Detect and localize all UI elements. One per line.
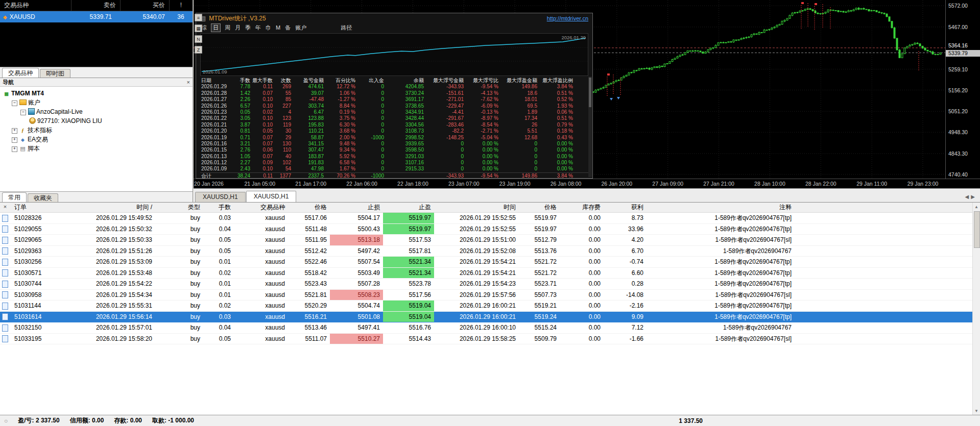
terminal-header-cell[interactable]: 获利 [604, 203, 647, 212]
order-cell-tp: 5519.04 [383, 312, 434, 322]
price-axis[interactable]: 5572.005467.005259.105156.205051.204948.… [945, 0, 980, 179]
order-row[interactable]: 510283262026.01.29 15:49:52buy0.03xauusd… [0, 213, 980, 224]
order-cell-lots: 0.03 [203, 213, 234, 223]
order-cell-profit: -0.74 [604, 257, 647, 267]
scroll-up-icon[interactable]: ▲ [973, 203, 980, 211]
order-cell-profit: 8.73 [604, 213, 647, 223]
order-cell-sl: 5513.18 [330, 235, 383, 245]
collapse-icon[interactable]: − [20, 110, 26, 115]
terminal-header-cell[interactable]: 类型 [155, 203, 203, 212]
order-cell-comment: 1-589作者qv2026904767 [647, 322, 795, 333]
navigator-tab-1[interactable]: 收藏夹 [28, 193, 58, 202]
terminal-header-cell[interactable]: 价格 [519, 203, 560, 212]
navigator-tab-0[interactable]: 常用 [2, 192, 27, 202]
column-header-bid[interactable]: 卖价 [71, 0, 120, 11]
terminal-header-cell[interactable]: 订单 [10, 203, 54, 212]
order-cell-type: buy [155, 290, 203, 300]
order-cell-icon [0, 268, 10, 279]
scroll-down-icon[interactable]: ▼ [973, 407, 980, 415]
stats-path-label[interactable]: 路径 [341, 24, 352, 32]
stats-menu-item-2[interactable]: 周 [225, 24, 230, 32]
connection-icon: ○ [4, 417, 8, 424]
stats-table: 日期手数最大手数次数盈亏金额百分比%出入金余额最大浮亏金额最大浮亏比最大浮盈金额… [196, 77, 592, 179]
panel-n-button[interactable]: N [195, 35, 202, 43]
stats-menu-item-6[interactable]: 巾 [266, 24, 271, 32]
panel-menu-button[interactable]: ≡ [195, 14, 202, 21]
tab-scroll-arrows-icon[interactable]: ◀▶ [965, 194, 977, 199]
market-watch-row[interactable]: ◆XAUUSD5339.715340.0736 [0, 11, 193, 22]
scrollbar-thumb[interactable] [589, 78, 591, 107]
order-cell-symbol: xauusd [234, 235, 288, 245]
close-icon[interactable]: × [187, 78, 190, 86]
order-row[interactable]: 510290552026.01.29 15:50:32buy0.04xauusd… [0, 224, 980, 235]
stats-cell: 3.87 [233, 122, 252, 128]
tree-item-user[interactable]: 927710: XIAOPING LIU [0, 116, 193, 126]
order-row[interactable]: 510311442026.01.29 15:55:31buy0.02xauusd… [0, 300, 980, 312]
order-cell-id: 51031614 [10, 312, 54, 322]
expand-icon[interactable]: + [12, 146, 17, 152]
terminal-header-cell[interactable]: 止损 [330, 203, 383, 212]
tree-item-script[interactable]: +▤脚本 [0, 144, 193, 153]
column-header-ask[interactable]: 买价 [120, 0, 169, 11]
tree-item-folder[interactable]: −账户 [0, 98, 193, 107]
order-row[interactable]: 510321502026.01.29 15:57:01buy0.04xauusd… [0, 322, 980, 334]
time-axis-label: 27 Jan 09:00 [652, 181, 683, 187]
close-icon[interactable]: × [2, 204, 8, 210]
terminal-header-cell[interactable]: 时间 [434, 203, 519, 212]
terminal-scrollbar[interactable]: ▲ ▼ [972, 203, 980, 415]
stats-menu-item-7[interactable]: M [276, 24, 280, 31]
expand-icon[interactable]: + [12, 128, 17, 134]
column-header-spread[interactable]: ! [169, 0, 193, 11]
order-row[interactable]: 510309582026.01.29 15:54:34buy0.01xauusd… [0, 290, 980, 301]
order-cell-type: buy [155, 279, 203, 289]
stats-menu-item-1[interactable]: 日 [211, 24, 220, 32]
mtdriver-link[interactable]: http://mtdriver.cn [547, 13, 588, 23]
tree-item-label: 技术指标 [28, 127, 52, 134]
collapse-icon[interactable]: − [12, 101, 17, 106]
expand-icon[interactable]: + [12, 137, 17, 143]
time-axis-label: 28 Jan 10:00 [754, 181, 785, 187]
stats-menu-item-9[interactable]: 账户 [295, 24, 306, 32]
order-row[interactable]: 510307442026.01.29 15:54:22buy0.01xauusd… [0, 279, 980, 290]
order-row[interactable]: 510305712026.01.29 15:53:48buy0.02xauusd… [0, 268, 980, 279]
order-cell-sl: 5503.49 [330, 268, 383, 279]
panel-z-button[interactable]: Z [195, 46, 202, 54]
terminal-header-cell[interactable]: 时间 / [54, 203, 155, 212]
market-watch-tab-0[interactable]: 交易品种 [2, 68, 39, 78]
time-axis[interactable]: 20 Jan 202621 Jan 05:0021 Jan 17:0022 Ja… [194, 179, 980, 188]
stats-menu-item-8[interactable]: 备 [285, 24, 291, 32]
column-header-symbol[interactable]: 交易品种 [0, 0, 71, 11]
market-watch-rows: ◆XAUUSD5339.715340.0736 [0, 11, 193, 22]
panel-grid-button[interactable]: ▦ [195, 24, 202, 32]
terminal-header-cell[interactable]: 库存费 [560, 203, 604, 212]
order-row[interactable]: 510290652026.01.29 15:50:33buy0.05xauusd… [0, 235, 980, 246]
order-row[interactable]: 510302562026.01.29 15:53:09buy0.01xauusd… [0, 257, 980, 268]
order-cell-close_time: 2026.01.29 15:51:00 [434, 235, 519, 245]
stats-menu-item-5[interactable]: 年 [255, 24, 261, 32]
tree-item-server[interactable]: −AnzoCapital-Live [0, 107, 193, 116]
script-icon: ▤ [19, 146, 26, 152]
tree-item-platform[interactable]: ▦TMGM MT4 [0, 89, 193, 98]
tree-item-ea[interactable]: +◆EA交易 [0, 135, 193, 144]
scrollbar-thumb[interactable] [974, 211, 980, 248]
terminal-header-cell[interactable]: 交易品种 [234, 203, 288, 212]
time-axis-label: 29 Jan 23:00 [907, 181, 939, 187]
tree-item-function[interactable]: +ƒ技术指标 [0, 126, 193, 135]
order-cell-tp: 5519.97 [383, 224, 434, 235]
stats-cell: 0.18 % [539, 128, 575, 134]
order-row[interactable]: 510316142026.01.29 15:56:14buy0.03xauusd… [0, 312, 980, 323]
stats-scrollbar[interactable] [588, 77, 592, 177]
stats-menu-item-4[interactable]: 季 [245, 24, 251, 32]
stats-menu-item-3[interactable]: 月 [235, 24, 241, 32]
chart-tab-1[interactable]: XAUUSD,H1 [246, 191, 297, 202]
market-watch-tab-1[interactable]: 即时图 [40, 69, 70, 78]
order-row[interactable]: 510331952026.01.29 15:58:20buy0.05xauusd… [0, 334, 980, 345]
order-cell-lots: 0.05 [203, 334, 234, 344]
terminal-header-cell[interactable]: 注释 [647, 203, 795, 212]
order-row[interactable]: 510293632026.01.29 15:51:26buy0.05xauusd… [0, 246, 980, 257]
terminal-header-cell[interactable]: 价格 [288, 203, 330, 212]
order-cell-open_price: 5511.07 [288, 334, 330, 344]
chart-tab-0[interactable]: XAUUSD,H1 [195, 192, 246, 202]
terminal-header-cell[interactable]: 手数 [203, 203, 234, 212]
terminal-header-cell[interactable]: 止盈 [383, 203, 434, 212]
